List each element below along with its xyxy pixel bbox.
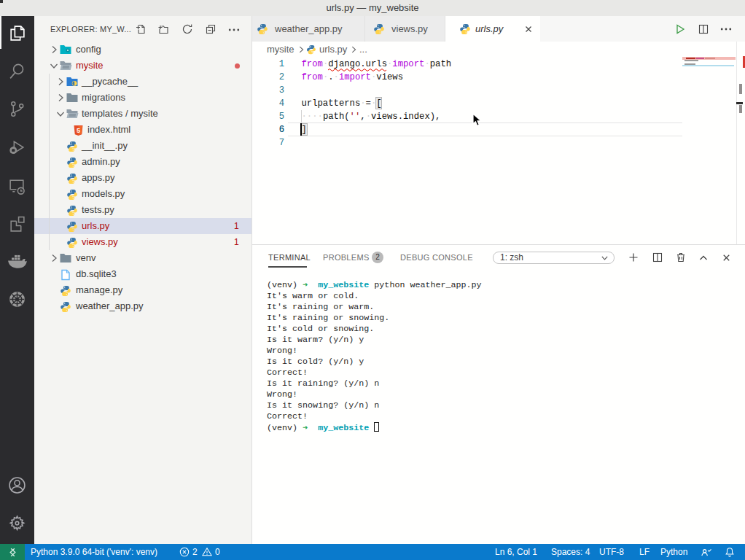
svg-text:5: 5 bbox=[77, 127, 80, 134]
